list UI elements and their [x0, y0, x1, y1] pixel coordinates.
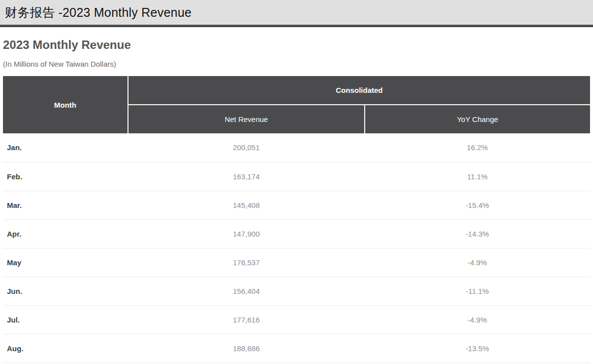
- month-cell: Feb.: [3, 162, 128, 191]
- header-row-group: Month Consolidated: [3, 76, 590, 105]
- app-header: 财务报告 -2023 Monthly Revenue: [0, 0, 593, 27]
- column-header-month: Month: [3, 76, 128, 133]
- revenue-table-header: Month Consolidated Net Revenue YoY Chang…: [3, 76, 590, 133]
- table-row: Jun. 156,404 -11.1%: [3, 277, 590, 305]
- net-revenue-cell: 156,404: [128, 277, 365, 305]
- revenue-table: Month Consolidated Net Revenue YoY Chang…: [3, 76, 590, 363]
- net-revenue-cell: 147,900: [128, 219, 365, 248]
- table-row: Apr. 147,900 -14.3%: [3, 219, 590, 248]
- month-cell: Apr.: [3, 219, 128, 248]
- month-cell: May: [3, 248, 128, 277]
- yoy-change-cell: -14.3%: [365, 219, 590, 248]
- month-cell: Aug.: [3, 334, 128, 363]
- app-title: 财务报告 -2023 Monthly Revenue: [5, 4, 192, 21]
- yoy-change-cell: 16.2%: [365, 133, 590, 162]
- month-cell: Mar.: [3, 191, 128, 219]
- net-revenue-cell: 176,537: [128, 248, 365, 277]
- column-header-net-revenue: Net Revenue: [128, 105, 365, 133]
- yoy-change-cell: -11.1%: [365, 277, 590, 305]
- yoy-change-cell: -15.4%: [365, 191, 590, 219]
- table-row: May 176,537 -4.9%: [3, 248, 590, 277]
- yoy-change-cell: 11.1%: [365, 162, 590, 191]
- net-revenue-cell: 188,686: [128, 334, 365, 363]
- yoy-change-cell: -4.9%: [365, 305, 590, 334]
- table-row: Feb. 163,174 11.1%: [3, 162, 590, 191]
- month-cell: Jun.: [3, 277, 128, 305]
- month-cell: Jan.: [3, 133, 128, 162]
- page-subtitle: (In Millions of New Taiwan Dollars): [3, 60, 590, 68]
- month-cell: Jul.: [3, 305, 128, 334]
- page-title: 2023 Monthly Revenue: [3, 38, 590, 52]
- content-area: 2023 Monthly Revenue (In Millions of New…: [0, 27, 593, 363]
- net-revenue-cell: 145,408: [128, 191, 365, 219]
- net-revenue-cell: 200,051: [128, 133, 365, 162]
- table-row: Mar. 145,408 -15.4%: [3, 191, 590, 219]
- table-row: Jul. 177,616 -4.9%: [3, 305, 590, 334]
- yoy-change-cell: -13.5%: [365, 334, 590, 363]
- table-row: Jan. 200,051 16.2%: [3, 133, 590, 162]
- column-group-consolidated: Consolidated: [128, 76, 590, 105]
- yoy-change-cell: -4.9%: [365, 248, 590, 277]
- revenue-table-body: Jan. 200,051 16.2% Feb. 163,174 11.1% Ma…: [3, 133, 590, 363]
- net-revenue-cell: 163,174: [128, 162, 365, 191]
- table-row: Aug. 188,686 -13.5%: [3, 334, 590, 363]
- column-header-yoy-change: YoY Change: [365, 105, 590, 133]
- net-revenue-cell: 177,616: [128, 305, 365, 334]
